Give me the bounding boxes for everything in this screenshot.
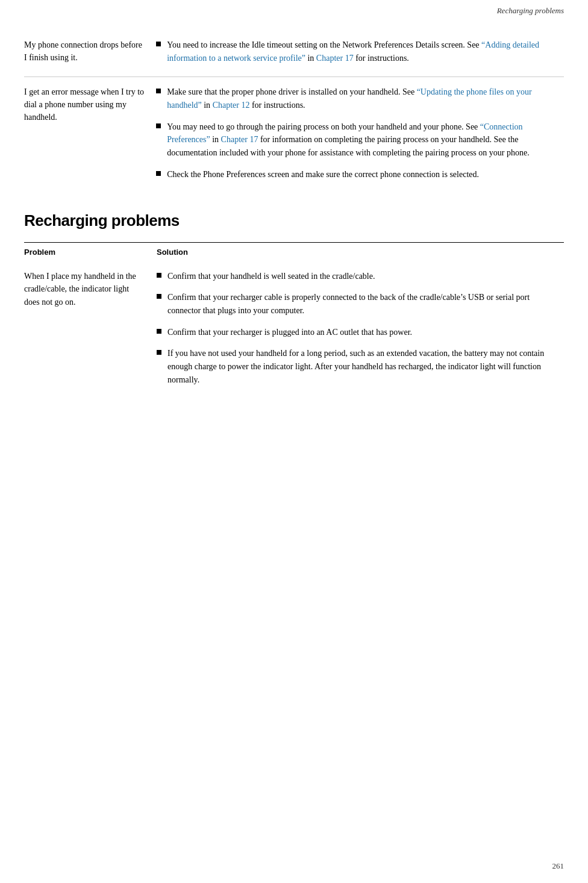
bullet-icon [157, 329, 161, 334]
solution-text: Confirm that your handheld is well seate… [167, 270, 564, 283]
bullet-icon [156, 89, 161, 93]
list-item: Confirm that your recharger cable is pro… [157, 291, 564, 317]
list-item: You may need to go through the pairing p… [156, 120, 558, 160]
bullet-icon [157, 273, 161, 278]
recharging-problem-text: When I place my handheld in the cradle/c… [24, 272, 136, 307]
list-item: Make sure that the proper phone driver i… [156, 86, 558, 111]
table-row: My phone connection drops before I finis… [24, 31, 564, 77]
list-item: You need to increase the Idle timeout se… [156, 39, 558, 64]
table-row: I get an error message when I try to dia… [24, 77, 564, 193]
phone-problems-table: My phone connection drops before I finis… [24, 31, 564, 193]
solution-list-1: You need to increase the Idle timeout se… [156, 39, 558, 64]
recharging-solution-list: Confirm that your handheld is well seate… [157, 270, 564, 387]
page-header: Recharging problems [0, 0, 588, 19]
bullet-icon [156, 42, 161, 46]
problem-text-2: I get an error message when I try to dia… [24, 87, 144, 122]
page-number: 261 [552, 861, 565, 871]
col-header-solution: Solution [157, 248, 188, 257]
link-chapter-17-a[interactable]: Chapter 17 [316, 54, 354, 63]
recharging-problem-cell: When I place my handheld in the cradle/c… [24, 265, 157, 396]
solution-text: Confirm that your recharger is plugged i… [167, 326, 564, 339]
header-title: Recharging problems [497, 6, 564, 15]
solution-text: You need to increase the Idle timeout se… [167, 39, 558, 64]
solution-cell-1: You need to increase the Idle timeout se… [156, 31, 564, 77]
solution-text: Check the Phone Preferences screen and m… [167, 168, 558, 181]
problem-text-1: My phone connection drops before I finis… [24, 40, 142, 62]
page-content: My phone connection drops before I finis… [0, 19, 588, 420]
solution-list-2: Make sure that the proper phone driver i… [156, 86, 558, 181]
list-item: Check the Phone Preferences screen and m… [156, 168, 558, 181]
section-heading: Recharging problems [24, 211, 564, 230]
recharging-solution-cell: Confirm that your handheld is well seate… [157, 265, 564, 396]
bullet-icon [157, 350, 161, 355]
link-chapter-17-b[interactable]: Chapter 17 [221, 135, 258, 144]
solution-cell-2: Make sure that the proper phone driver i… [156, 77, 564, 193]
problem-cell-2: I get an error message when I try to dia… [24, 77, 156, 193]
col-header-problem: Problem [24, 248, 157, 257]
bullet-icon [157, 294, 161, 299]
column-headers: Problem Solution [24, 242, 564, 257]
table-row: When I place my handheld in the cradle/c… [24, 265, 564, 396]
recharging-section: Recharging problems Problem Solution Whe… [24, 211, 564, 396]
list-item: If you have not used your handheld for a… [157, 347, 564, 386]
bullet-icon [156, 123, 161, 128]
solution-text: If you have not used your handheld for a… [167, 347, 564, 386]
solution-text: Confirm that your recharger cable is pro… [167, 291, 564, 317]
list-item: Confirm that your recharger is plugged i… [157, 326, 564, 339]
recharging-table: When I place my handheld in the cradle/c… [24, 265, 564, 396]
link-chapter-12[interactable]: Chapter 12 [213, 101, 250, 110]
solution-text: You may need to go through the pairing p… [167, 120, 558, 160]
solution-text: Make sure that the proper phone driver i… [167, 86, 558, 111]
bullet-icon [156, 171, 161, 176]
list-item: Confirm that your handheld is well seate… [157, 270, 564, 283]
problem-cell-1: My phone connection drops before I finis… [24, 31, 156, 77]
